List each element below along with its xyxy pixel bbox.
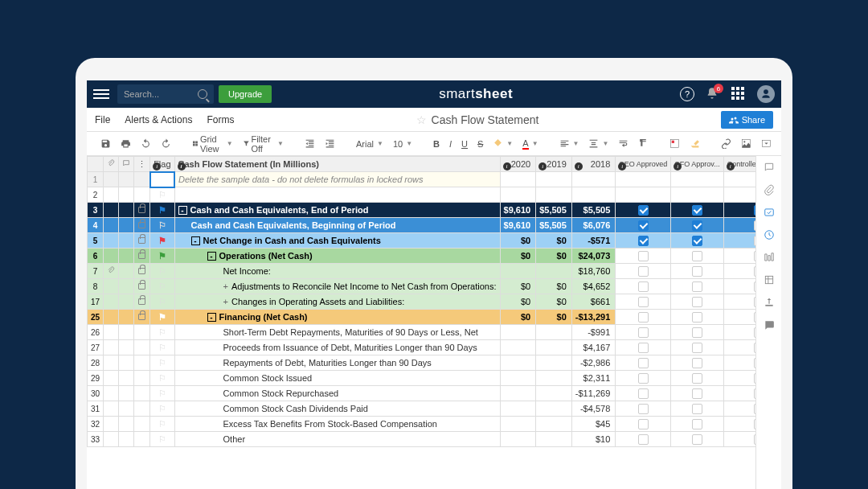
search-icon xyxy=(198,89,207,99)
topbar: Search... Upgrade smartsheet ? 6 xyxy=(87,80,781,108)
font-select[interactable]: Arial▼ xyxy=(352,137,387,151)
right-rail xyxy=(755,156,781,489)
menu-alerts[interactable]: Alerts & Actions xyxy=(125,114,192,125)
apps-icon[interactable] xyxy=(731,87,746,101)
upgrade-button[interactable]: Upgrade xyxy=(219,85,272,103)
italic-icon[interactable]: I xyxy=(445,137,456,151)
notification-badge: 6 xyxy=(714,84,723,93)
app-window: Search... Upgrade smartsheet ? 6 File Al… xyxy=(87,80,781,489)
toolbar: Grid View▼ Filter Off▼ Arial▼ 10▼ B I U … xyxy=(87,132,781,156)
print-icon[interactable] xyxy=(117,136,135,151)
textcolor-icon[interactable]: A▼ xyxy=(518,136,542,152)
table-row[interactable]: 29 ⚐ Common Stock Issued $2,311 xyxy=(88,371,756,386)
bold-icon[interactable]: B xyxy=(429,137,444,151)
table-row[interactable]: 5 ⚑ -Net Change in Cash and Cash Equival… xyxy=(88,233,756,249)
highlight-icon[interactable] xyxy=(686,136,704,151)
wrap-icon[interactable] xyxy=(614,136,633,151)
table-row[interactable]: 8 ⚐ +Adjustments to Reconcile Net Income… xyxy=(88,279,756,294)
dropdown-icon[interactable] xyxy=(757,136,776,151)
table-row[interactable]: 30 ⚐ Common Stock Repurchased -$11,269 xyxy=(88,386,756,401)
indent-icon[interactable] xyxy=(321,136,339,151)
device-frame: Search... Upgrade smartsheet ? 6 File Al… xyxy=(76,58,792,489)
menubar: File Alerts & Actions Forms ☆ Cash Flow … xyxy=(87,108,781,132)
gridview-button[interactable]: Grid View▼ xyxy=(188,132,237,156)
table-row[interactable]: 4 ⚐ Cash and Cash Equivalents, Beginning… xyxy=(88,218,756,233)
share-button[interactable]: Share xyxy=(721,111,773,129)
attachments-icon[interactable] xyxy=(763,183,776,196)
summary2-icon[interactable] xyxy=(763,273,776,286)
menu-file[interactable]: File xyxy=(95,114,110,125)
search-input[interactable]: Search... xyxy=(117,84,214,104)
menu-icon[interactable] xyxy=(93,86,109,102)
table-row[interactable]: 2 ⚐ xyxy=(88,187,756,203)
align-icon[interactable]: ▼ xyxy=(555,136,583,151)
table-row[interactable]: 1 Delete the sample data - do not delete… xyxy=(88,172,756,187)
sheet-grid[interactable]: ⋮ Flagi Cash Flow Statement (In Millions… xyxy=(87,156,755,489)
table-row[interactable]: 3 ⚑ -Cash and Cash Equivalents, End of P… xyxy=(88,203,756,218)
help-icon[interactable]: ? xyxy=(680,87,694,101)
format-icon[interactable] xyxy=(634,136,653,151)
activity-icon[interactable] xyxy=(763,228,776,241)
table-row[interactable]: 6 ⚑ -Operations (Net Cash) $0 $0 $24,073 xyxy=(88,249,756,264)
table-row[interactable]: 32 ⚐ Excess Tax Benefits From Stock-Base… xyxy=(88,417,756,432)
table-row[interactable]: 33 ⚐ Other $10 xyxy=(88,432,756,447)
comments-icon[interactable] xyxy=(763,161,776,174)
fillcolor-icon[interactable]: ▼ xyxy=(489,136,517,151)
summary-icon[interactable] xyxy=(763,251,776,264)
table-row[interactable]: 26 ⚐ Short-Term Debt Repayments, Maturit… xyxy=(88,325,756,340)
notifications-icon[interactable]: 6 xyxy=(706,87,720,101)
svg-rect-9 xyxy=(765,305,772,306)
underline-icon[interactable]: U xyxy=(457,137,472,151)
table-row[interactable]: 17 ⚐ +Changes in Operating Assets and Li… xyxy=(88,294,756,310)
image-icon[interactable] xyxy=(737,136,755,151)
search-placeholder: Search... xyxy=(124,89,198,99)
menu-forms[interactable]: Forms xyxy=(207,114,234,125)
lock-icon[interactable]: ▼ xyxy=(777,136,781,151)
table-row[interactable]: 31 ⚐ Common Stock Cash Dividends Paid -$… xyxy=(88,401,756,417)
conditional-format-icon[interactable] xyxy=(665,136,684,151)
table-row[interactable]: 25 ⚑ -Financing (Net Cash) $0 $0 -$13,29… xyxy=(88,310,756,325)
undo-icon[interactable] xyxy=(137,136,155,151)
fontsize-select[interactable]: 10▼ xyxy=(389,137,416,151)
svg-rect-8 xyxy=(765,276,772,283)
proof-icon[interactable] xyxy=(763,206,776,219)
topbar-actions: ? 6 xyxy=(680,85,775,103)
sheet-title: ☆ Cash Flow Statement xyxy=(248,113,706,126)
table-row[interactable]: 28 ⚐ Repayments of Debt, Maturities Long… xyxy=(88,355,756,371)
table-row[interactable]: 27 ⚐ Proceeds from Issuance of Debt, Mat… xyxy=(88,340,756,355)
favorite-icon[interactable]: ☆ xyxy=(416,113,427,126)
brand-logo: smartsheet xyxy=(276,86,675,102)
avatar[interactable] xyxy=(757,85,775,103)
save-icon[interactable] xyxy=(96,136,115,151)
strike-icon[interactable]: S xyxy=(473,137,487,151)
svg-rect-1 xyxy=(672,141,674,143)
outdent-icon[interactable] xyxy=(301,136,319,151)
link-icon[interactable] xyxy=(717,136,735,151)
table-row[interactable]: 7 ⚐ Net Income: $18,760 xyxy=(88,264,756,279)
publish-icon[interactable] xyxy=(763,296,776,309)
svg-point-3 xyxy=(744,141,746,142)
filter-button[interactable]: Filter Off▼ xyxy=(239,132,288,156)
valign-icon[interactable]: ▼ xyxy=(584,136,612,151)
redo-icon[interactable] xyxy=(157,136,175,151)
svg-rect-6 xyxy=(764,209,773,216)
sheet-area: ⋮ Flagi Cash Flow Statement (In Millions… xyxy=(87,156,781,489)
chat-icon[interactable] xyxy=(763,318,776,331)
